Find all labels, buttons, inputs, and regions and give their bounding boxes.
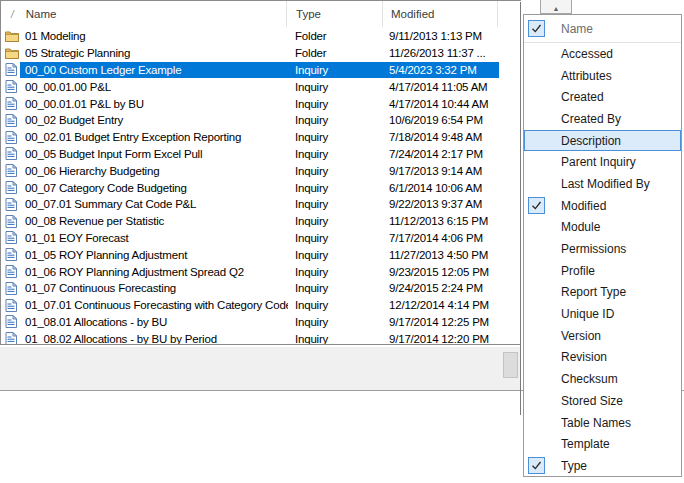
menu-item-permissions[interactable]: Permissions <box>524 238 681 260</box>
table-row[interactable]: 01_05 ROY Planning Adjustment Inquiry 11… <box>1 246 521 263</box>
menu-item-template[interactable]: Template <box>524 433 681 455</box>
inquiry-document-icon <box>1 315 20 328</box>
inquiry-document-icon <box>1 181 20 194</box>
menu-item-version[interactable]: Version <box>524 325 681 347</box>
table-row[interactable]: 00_00.01.00 P&L Inquiry 4/17/2014 11:05 … <box>1 78 521 95</box>
menu-item-label: Checksum <box>561 372 618 386</box>
table-row[interactable]: 00_02 Budget Entry Inquiry 10/6/2019 6:5… <box>1 112 521 129</box>
table-row[interactable]: 01_06 ROY Planning Adjustment Spread Q2 … <box>1 263 521 280</box>
menu-item-module[interactable]: Module <box>524 217 681 239</box>
checkbox-checked-icon <box>528 457 545 474</box>
inquiry-document-icon <box>1 332 20 344</box>
menu-item-label: Created <box>561 90 604 104</box>
menu-check-slot <box>528 132 545 149</box>
menu-item-type[interactable]: Type <box>524 455 681 477</box>
row-name-cell: 00_00.01.01 P&L by BU <box>20 98 288 110</box>
menu-item-table-names[interactable]: Table Names <box>524 412 681 434</box>
inquiry-document-icon <box>1 80 20 93</box>
menu-check-slot <box>528 457 545 474</box>
row-type-cell: Inquiry <box>288 198 384 210</box>
row-type-cell: Inquiry <box>288 131 384 143</box>
menu-item-created[interactable]: Created <box>524 86 681 108</box>
row-modified-cell: 9/11/2013 1:13 PM <box>384 30 499 42</box>
menu-item-label: Permissions <box>561 242 626 256</box>
row-name-cell: 00_07 Category Code Budgeting <box>20 182 288 194</box>
scrollbar-thumb[interactable] <box>503 352 518 378</box>
menu-item-description[interactable]: Description <box>524 130 681 152</box>
column-header-row: / Name Type Modified <box>1 1 521 27</box>
menu-item-label: Attributes <box>561 69 612 83</box>
table-row[interactable]: 01_08.01 Allocations - by BU Inquiry 9/1… <box>1 314 521 331</box>
inquiry-document-icon <box>1 198 20 211</box>
menu-item-modified[interactable]: Modified <box>524 195 681 217</box>
table-row[interactable]: 05 Strategic Planning Folder 11/26/2013 … <box>1 45 521 62</box>
inquiry-document-icon <box>1 114 20 127</box>
table-row[interactable]: 01_08.02 Allocations - by BU by Period I… <box>1 330 521 344</box>
row-name-cell: 01_08.01 Allocations - by BU <box>20 316 288 328</box>
menu-item-stored-size[interactable]: Stored Size <box>524 390 681 412</box>
menu-item-attributes[interactable]: Attributes <box>524 65 681 87</box>
column-header-name[interactable]: / Name <box>1 1 287 27</box>
menu-item-accessed[interactable]: Accessed <box>524 43 681 65</box>
table-row[interactable]: 00_00.01.01 P&L by BU Inquiry 4/17/2014 … <box>1 95 521 112</box>
column-header-type[interactable]: Type <box>287 1 383 27</box>
table-row[interactable]: 01_01 EOY Forecast Inquiry 7/17/2014 4:0… <box>1 230 521 247</box>
inquiry-document-icon <box>1 265 20 278</box>
row-type-cell: Inquiry <box>288 333 384 344</box>
menu-item-label: Created By <box>561 112 621 126</box>
table-row[interactable]: 01_07.01 Continuous Forecasting with Cat… <box>1 297 521 314</box>
inquiry-list-panel: / Name Type Modified 01 Modeling Folder … <box>0 0 521 345</box>
row-modified-cell: 7/18/2014 9:48 AM <box>384 131 499 143</box>
menu-item-parent-inquiry[interactable]: Parent Inquiry <box>524 151 681 173</box>
menu-check-slot <box>528 45 545 62</box>
inquiry-document-icon <box>1 164 20 177</box>
row-type-cell: Inquiry <box>288 266 384 278</box>
inquiry-document-icon <box>1 131 20 144</box>
menu-item-revision[interactable]: Revision <box>524 347 681 369</box>
scroll-up-button[interactable]: ▲ <box>540 0 572 14</box>
menu-item-label: Unique ID <box>561 307 614 321</box>
table-row[interactable]: 00_00 Custom Ledger Example Inquiry 5/4/… <box>1 62 521 79</box>
menu-item-created-by[interactable]: Created By <box>524 108 681 130</box>
table-row[interactable]: 01 Modeling Folder 9/11/2013 1:13 PM <box>1 28 521 45</box>
menu-item-label: Profile <box>561 264 595 278</box>
row-modified-cell: 9/22/2013 9:37 AM <box>384 198 499 210</box>
inquiry-document-icon <box>1 63 20 76</box>
menu-item-label: Module <box>561 220 600 234</box>
row-type-cell: Inquiry <box>288 114 384 126</box>
row-name-cell: 00_05 Budget Input Form Excel Pull <box>20 148 288 160</box>
row-modified-cell: 5/4/2023 3:32 PM <box>384 64 499 76</box>
menu-item-label: Template <box>561 437 610 451</box>
table-row[interactable]: 00_07 Category Code Budgeting Inquiry 6/… <box>1 179 521 196</box>
table-row[interactable]: 00_08 Revenue per Statistic Inquiry 11/1… <box>1 213 521 230</box>
table-row[interactable]: 01_07 Continuous Forecasting Inquiry 9/2… <box>1 280 521 297</box>
row-name-cell: 00_08 Revenue per Statistic <box>20 215 288 227</box>
row-name-cell: 01_01 EOY Forecast <box>20 232 288 244</box>
row-name-cell: 00_06 Hierarchy Budgeting <box>20 165 288 177</box>
menu-item-label: Revision <box>561 350 607 364</box>
row-type-cell: Inquiry <box>288 316 384 328</box>
table-row[interactable]: 00_07.01 Summary Cat Code P&L Inquiry 9/… <box>1 196 521 213</box>
table-row[interactable]: 00_06 Hierarchy Budgeting Inquiry 9/17/2… <box>1 162 521 179</box>
menu-item-report-type[interactable]: Report Type <box>524 282 681 304</box>
inquiry-document-icon <box>1 231 20 244</box>
row-name-cell: 00_02 Budget Entry <box>20 114 288 126</box>
table-row[interactable]: 00_05 Budget Input Form Excel Pull Inqui… <box>1 146 521 163</box>
row-name-cell: 00_00.01.00 P&L <box>20 81 288 93</box>
menu-check-slot <box>528 20 545 37</box>
inquiry-document-icon <box>1 97 20 110</box>
menu-check-slot <box>528 284 545 301</box>
menu-check-slot <box>528 414 545 431</box>
menu-item-label: Accessed <box>561 47 613 61</box>
row-modified-cell: 11/12/2013 6:15 PM <box>384 215 499 227</box>
row-type-cell: Inquiry <box>288 165 384 177</box>
menu-item-unique-id[interactable]: Unique ID <box>524 303 681 325</box>
table-row[interactable]: 00_02.01 Budget Entry Exception Reportin… <box>1 129 521 146</box>
menu-item-last-modified-by[interactable]: Last Modified By <box>524 173 681 195</box>
column-header-modified[interactable]: Modified <box>383 1 498 27</box>
menu-item-profile[interactable]: Profile <box>524 260 681 282</box>
menu-item-name[interactable]: Name <box>524 15 681 42</box>
menu-check-slot <box>528 371 545 388</box>
lower-pane <box>0 347 520 390</box>
menu-item-checksum[interactable]: Checksum <box>524 368 681 390</box>
